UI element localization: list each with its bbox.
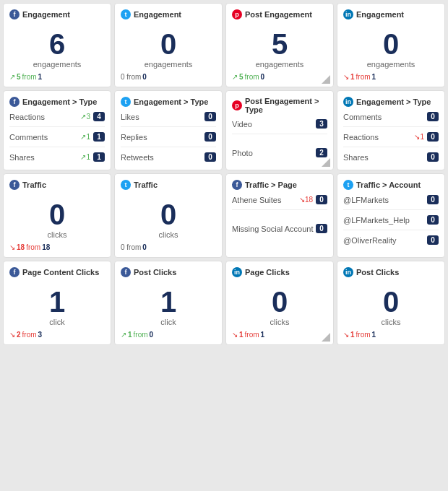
li-icon: in (343, 267, 353, 277)
trend-link[interactable]: 1 (261, 331, 265, 339)
metric-label: clicks (48, 230, 67, 239)
metric-label: engagements (33, 60, 82, 69)
card-title: t Engagement (121, 9, 216, 19)
row-label: Photo (232, 149, 253, 157)
breakdown-body: Video 3 Photo 2 (232, 117, 327, 160)
metric-label: clicks (382, 318, 401, 326)
card-fb-engagement: f Engagement 6 engagements 5 from 1 (3, 3, 111, 87)
dashboard-grid: f Engagement 6 engagements 5 from 1 t En… (0, 0, 448, 348)
metric-value: 5 (272, 30, 288, 58)
tw-icon: t (121, 97, 131, 107)
title-text: Engagement (134, 10, 181, 19)
trend-label: from (356, 331, 371, 339)
row-label: Shares (343, 153, 369, 162)
trend-value: 18 (17, 243, 25, 251)
card-tw-traffic-account: t Traffic > Account @LFMarkets 0 @LFMark… (337, 173, 445, 258)
card-title: t Traffic (121, 180, 216, 190)
card-title: in Page Clicks (232, 267, 327, 277)
card-title: in Post Clicks (343, 267, 439, 277)
card-title: in Engagement > Type (343, 97, 439, 107)
row-label: @LFMarkets_Help (343, 216, 410, 225)
trend-link[interactable]: 0 (142, 73, 147, 81)
row-label: @LFMarkets (343, 196, 389, 204)
card-fb-page-content-clicks: f Page Content Clicks 1 click 2 from 3 (3, 261, 111, 345)
row-right: ↘1 0 (414, 132, 439, 142)
row-right: 0 (204, 152, 216, 162)
row-badge: 0 (427, 235, 439, 245)
trend-link[interactable]: 1 (372, 331, 376, 339)
metric-label: clicks (270, 318, 290, 326)
row-badge: 1 (93, 152, 105, 162)
row-badge: 0 (427, 112, 439, 121)
metric-label: click (160, 318, 176, 326)
down-arrow-icon (343, 331, 349, 339)
up-arrow-icon (232, 73, 238, 81)
row-right: 0 (427, 195, 439, 204)
metric-label: engagements (145, 60, 193, 69)
up-arrow-icon (9, 73, 15, 81)
trend-link[interactable]: 0 (150, 331, 154, 339)
breakdown-row: Athene Suites ↘18 0 (232, 193, 327, 207)
card-title: f Engagement > Type (9, 97, 105, 107)
row-trend-icon: ↗1 (80, 133, 90, 141)
trend-label: from (134, 331, 148, 339)
down-arrow-icon (9, 331, 15, 339)
card-fb-traffic-page: f Traffic > Page Athene Suites ↘18 0 Mis… (225, 173, 334, 258)
row-badge: 0 (204, 112, 216, 121)
trend-value: 1 (128, 331, 132, 339)
trend-link[interactable]: 18 (42, 243, 50, 251)
metric-area: 0 engagements (343, 22, 439, 73)
card-title: f Traffic > Page (232, 180, 327, 190)
metric-label: click (49, 318, 64, 326)
row-badge: 0 (427, 152, 439, 162)
metric-area: 6 engagements (9, 22, 105, 73)
card-title: t Engagement > Type (121, 97, 216, 107)
title-text: Traffic > Page (245, 181, 297, 189)
metric-value: 0 (383, 30, 399, 58)
card-title: p Post Engagement > Type (232, 97, 327, 114)
li-icon: in (343, 9, 353, 19)
card-li-engagement: in Engagement 0 engagements 1 from 1 (337, 3, 445, 87)
metric-value: 1 (160, 287, 176, 316)
trend-value: 0 from (121, 73, 141, 81)
fb-icon: f (9, 267, 20, 277)
trend-value: 2 (17, 331, 21, 339)
row-trend-icon: ↗3 (80, 113, 90, 121)
li-icon: in (343, 97, 353, 107)
title-text: Post Engagement > Type (245, 97, 327, 114)
row-trend-val: 18 (305, 196, 313, 204)
trend-link[interactable]: 1 (38, 73, 43, 81)
trend-indicator: 2 from 3 (9, 331, 105, 339)
trend-link[interactable]: 1 (372, 73, 376, 81)
breakdown-body: @LFMarkets 0 @LFMarkets_Help 0 (343, 193, 439, 247)
row-right: ↗1 1 (80, 132, 105, 142)
down-arrow-icon (9, 243, 15, 251)
trend-indicator: 1 from 0 (121, 331, 216, 339)
trend-indicator: 5 from 1 (9, 73, 105, 81)
trend-link[interactable]: 3 (38, 331, 43, 339)
breakdown-row: Video 3 (232, 117, 327, 131)
breakdown-row: Missing Social Account 0 (232, 222, 327, 235)
trend-label: from (245, 331, 259, 339)
title-text: Traffic (134, 181, 158, 189)
trend-value: 1 (239, 331, 244, 339)
corner-arrow-icon (322, 333, 330, 342)
breakdown-row: Retweets 0 (121, 150, 216, 164)
metric-area: 1 click (121, 280, 216, 331)
card-li-engagement-type: in Engagement > Type Comments 0 Reaction… (337, 90, 445, 170)
row-trend-val: 1 (86, 133, 90, 141)
row-badge: 3 (316, 119, 327, 129)
breakdown-row: Photo 2 (232, 146, 327, 160)
metric-value: 6 (49, 30, 65, 58)
row-label: Athene Suites (232, 196, 282, 204)
row-trend-icon: ↗1 (80, 153, 90, 161)
trend-link[interactable]: 0 (261, 73, 265, 81)
card-pin-post-engagement-type: p Post Engagement > Type Video 3 Photo 2 (225, 90, 334, 170)
li-icon: in (232, 267, 242, 277)
trend-indicator: 0 from 0 (121, 73, 216, 81)
breakdown-row: Shares 0 (343, 150, 439, 164)
metric-value: 0 (160, 30, 176, 58)
card-title: p Post Engagement (232, 9, 327, 19)
row-label: Retweets (121, 153, 154, 162)
trend-link[interactable]: 0 (142, 243, 147, 251)
